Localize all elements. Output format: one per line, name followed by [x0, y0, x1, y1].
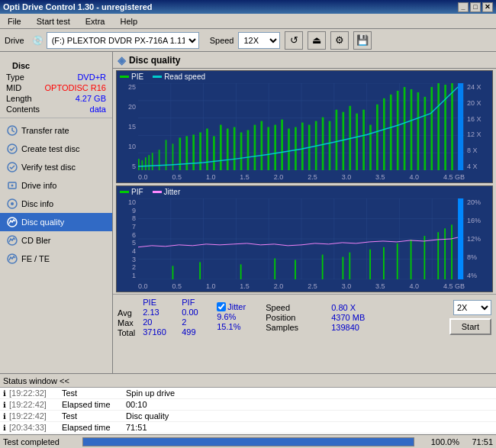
jitter-legend-item: Jitter	[153, 188, 181, 196]
progress-bar-inner	[83, 438, 414, 446]
avg-pif: 0.00	[182, 308, 212, 317]
svg-rect-94	[322, 255, 324, 279]
jitter-header-row: Jitter	[217, 302, 255, 311]
svg-rect-70	[430, 87, 433, 170]
log-label-2: Test	[62, 411, 123, 421]
jitter-header: Jitter	[227, 302, 246, 311]
sidebar-item-fe-te[interactable]: FE / TE	[0, 250, 112, 268]
disc-type-value: DVD+R	[77, 73, 106, 82]
svg-rect-42	[240, 132, 243, 170]
menu-bar: File Start test Extra Help	[0, 14, 496, 29]
speed-pos-values: 0.80 X 4370 MB 139840	[331, 303, 385, 332]
drive-select-wrapper: 💿 (F:) PLEXTOR DVDR PX-716A 1.11	[32, 32, 199, 49]
svg-rect-45	[261, 121, 263, 170]
svg-rect-97	[369, 250, 371, 279]
sidebar-cd-bler-label: CD Bler	[21, 236, 51, 245]
chart2-y-left: 10 9 8 7 6 5 4 3 2 1	[118, 198, 137, 279]
pif-chart: PIF Jitter 10 9 8 7 6 5	[116, 185, 493, 292]
title-bar: Opti Drive Control 1.30 - unregistered _…	[0, 0, 496, 14]
log-icon-3: ℹ	[3, 424, 6, 432]
pie-legend-item: PIE	[120, 73, 143, 81]
svg-rect-26	[141, 160, 143, 170]
svg-rect-25	[138, 159, 140, 170]
svg-rect-101	[424, 236, 426, 279]
svg-rect-39	[220, 125, 222, 170]
sidebar-disc-quality-label: Disc quality	[21, 218, 64, 227]
sidebar-item-disc-quality[interactable]: Disc quality	[0, 213, 112, 231]
svg-rect-96	[349, 253, 350, 279]
log-time-2: [19:22:42]	[9, 411, 59, 421]
svg-rect-93	[295, 259, 296, 279]
stats-row: Avg Max Total PIE 2.13 20 37160 PIF 0.00…	[113, 294, 496, 340]
jitter-checkbox[interactable]	[217, 302, 226, 311]
sidebar-item-create-test[interactable]: Create test disc	[0, 140, 112, 158]
save-button[interactable]: 💾	[353, 31, 372, 50]
progress-text: 100.0%	[417, 437, 459, 446]
svg-rect-54	[322, 118, 324, 170]
sidebar-item-transfer-rate[interactable]: Transfer rate	[0, 121, 112, 140]
menu-start-test[interactable]: Start test	[32, 15, 75, 27]
pie-legend-label: PIE	[131, 73, 143, 81]
pif-legend-item: PIF	[120, 188, 143, 196]
log-label-3: Elapsed time	[62, 423, 123, 432]
position-label: Position	[266, 313, 327, 322]
status-header-text: Status window <<	[3, 376, 69, 385]
menu-file[interactable]: File	[3, 15, 26, 27]
svg-rect-99	[397, 243, 398, 279]
sidebar: Disc Type DVD+R MID OPTODISC R16 Length …	[0, 52, 113, 373]
progress-area: Test completed 100.0% 71:51	[0, 434, 496, 448]
test-controls: 2X Start	[449, 300, 491, 335]
menu-help[interactable]: Help	[115, 15, 142, 27]
svg-rect-103	[444, 228, 446, 279]
sidebar-item-verify-test[interactable]: Verify test disc	[0, 158, 112, 176]
disc-info-panel: Disc Type DVD+R MID OPTODISC R16 Length …	[0, 55, 112, 118]
svg-rect-49	[288, 128, 290, 170]
pif-legend-label: PIF	[131, 188, 143, 196]
svg-rect-62	[376, 105, 378, 170]
chart2-x-labels: 0.0 0.5 1.0 1.5 2.0 2.5 3.0 3.5 4.0 4.5 …	[138, 282, 465, 290]
svg-rect-67	[411, 89, 413, 170]
sidebar-item-cd-bler[interactable]: CD Bler	[0, 231, 112, 250]
eject-button[interactable]: ⏏	[308, 31, 326, 50]
drive-select[interactable]: (F:) PLEXTOR DVDR PX-716A 1.11	[47, 32, 199, 49]
log-value-2: Disc quality	[126, 411, 169, 421]
log-icon-1: ℹ	[3, 401, 6, 409]
refresh-button[interactable]: ↺	[285, 31, 303, 50]
svg-rect-105	[458, 198, 463, 279]
progress-time: 71:51	[462, 437, 493, 446]
main-wrapper: Disc Type DVD+R MID OPTODISC R16 Length …	[0, 52, 496, 448]
drive-info-icon	[6, 179, 18, 192]
close-button[interactable]: ✕	[482, 2, 493, 12]
maximize-button[interactable]: □	[470, 2, 481, 12]
disc-info-icon	[6, 198, 18, 210]
speed-select[interactable]: 12X	[238, 32, 280, 49]
disc-mid-row: MID OPTODISC R16	[6, 82, 106, 93]
log-value-3: 71:51	[126, 423, 147, 432]
log-row-3: ℹ [20:34:33] Elapsed time 71:51	[0, 422, 496, 433]
chart1-svg	[138, 83, 465, 170]
settings-button[interactable]: ⚙	[330, 31, 349, 50]
drive-icon: 💿	[32, 35, 43, 46]
verify-test-icon	[6, 161, 18, 173]
svg-rect-27	[145, 157, 147, 170]
svg-rect-47	[274, 125, 276, 170]
svg-rect-74	[458, 83, 463, 170]
max-pif: 2	[182, 317, 212, 327]
svg-rect-48	[281, 120, 283, 170]
status-header[interactable]: Status window <<	[0, 374, 496, 388]
svg-rect-50	[295, 127, 297, 170]
status-log[interactable]: ℹ [19:22:32] Test Spin up drive ℹ [19:22…	[0, 388, 496, 434]
svg-rect-90	[199, 262, 201, 279]
sidebar-item-drive-info[interactable]: Drive info	[0, 176, 112, 195]
test-speed-select[interactable]: 2X	[453, 300, 491, 315]
minimize-button[interactable]: _	[458, 2, 469, 12]
start-button[interactable]: Start	[449, 318, 491, 335]
disc-type-row: Type DVD+R	[6, 72, 106, 82]
svg-rect-35	[192, 134, 195, 170]
log-label-1: Elapsed time	[62, 400, 123, 409]
speed-label: Speed	[210, 36, 234, 45]
progress-bar-outer	[82, 437, 414, 446]
sidebar-item-disc-info[interactable]: Disc info	[0, 195, 112, 213]
menu-extra[interactable]: Extra	[81, 15, 110, 27]
svg-rect-46	[267, 127, 269, 170]
